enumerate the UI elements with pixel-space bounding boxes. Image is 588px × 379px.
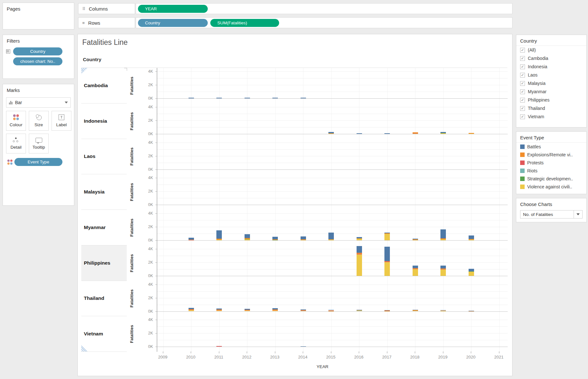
bar-segment-protests[interactable] — [357, 254, 362, 254]
bar-segment-explosions[interactable] — [469, 311, 474, 311]
dropdown-button[interactable] — [574, 210, 582, 218]
bar-segment-violence[interactable] — [328, 134, 334, 134]
bar-segment-protests[interactable] — [216, 346, 222, 347]
bar-segment-battles[interactable] — [384, 133, 390, 134]
columns-pill-year[interactable]: YEAR — [138, 5, 208, 13]
bar-segment-explosions[interactable] — [469, 133, 474, 134]
bar-segment-explosions[interactable] — [440, 310, 446, 311]
bar-segment-violence[interactable] — [384, 311, 390, 311]
colour-button[interactable]: Colour — [6, 111, 26, 131]
bar-segment-battles[interactable] — [301, 98, 306, 98]
country-filter-item[interactable]: ✓Vietnam — [516, 112, 586, 121]
bar-segment-battles[interactable] — [216, 309, 222, 309]
bar-segment-violence[interactable] — [469, 134, 474, 134]
bar-segment-battles[interactable] — [357, 237, 362, 238]
bar-segment-protests[interactable] — [440, 269, 446, 269]
country-filter-item[interactable]: ✓Indonesia — [516, 62, 586, 71]
bar-segment-riots[interactable] — [357, 310, 362, 311]
country-filter-item[interactable]: ✓Myanmar — [516, 87, 586, 96]
bar-segment-violence[interactable] — [440, 269, 446, 276]
row-label[interactable]: Malaysia — [81, 174, 127, 210]
bar-segment-protests[interactable] — [413, 269, 418, 269]
bar-segment-explosions[interactable] — [357, 238, 362, 239]
bar-segment-battles[interactable] — [189, 238, 194, 240]
label-button[interactable]: T Label — [52, 111, 71, 131]
bar-segment-violence[interactable] — [440, 239, 446, 240]
checkbox[interactable]: ✓ — [520, 114, 525, 119]
bar-segment-strategic[interactable] — [469, 271, 474, 272]
bar-segment-explosions[interactable] — [189, 309, 194, 310]
bar-segment-explosions[interactable] — [301, 239, 306, 240]
bar-segment-explosions[interactable] — [272, 309, 278, 310]
bar-segment-battles[interactable] — [384, 247, 390, 261]
bar-segment-explosions[interactable] — [384, 310, 390, 311]
bar-segment-battles[interactable] — [216, 230, 222, 239]
bar-segment-battles[interactable] — [272, 308, 278, 309]
legend-item[interactable]: Protests — [516, 159, 586, 167]
bar-segment-violence[interactable] — [413, 311, 418, 311]
bar-segment-battles[interactable] — [440, 229, 446, 238]
bar-segment-strategic[interactable] — [245, 239, 250, 239]
bar-segment-violence[interactable] — [469, 272, 474, 276]
event-type-pill[interactable]: Event Type — [14, 158, 62, 166]
bar-segment-violence[interactable] — [413, 269, 418, 276]
bar-segment-explosions[interactable] — [384, 261, 390, 262]
columns-pill-strip[interactable]: YEAR — [136, 3, 512, 14]
bar-segment-violence[interactable] — [272, 310, 278, 311]
checkbox[interactable]: ✓ — [520, 89, 525, 94]
bar-segment-violence[interactable] — [440, 133, 446, 134]
bar-segment-protests[interactable] — [216, 310, 222, 310]
checkbox[interactable]: ✓ — [520, 48, 525, 53]
bar-segment-explosions[interactable] — [440, 238, 446, 239]
bar-segment-violence[interactable] — [440, 311, 446, 311]
checkbox[interactable]: ✓ — [520, 73, 525, 78]
bar-segment-explosions[interactable] — [413, 132, 418, 133]
bar-segment-battles[interactable] — [301, 346, 306, 347]
bar-segment-violence[interactable] — [469, 240, 474, 240]
bar-segment-battles[interactable] — [189, 98, 194, 98]
mark-type-dropdown[interactable]: Bar — [6, 97, 71, 108]
rows-shelf[interactable]: ≡ Rows — [78, 17, 135, 28]
filter-pill-chosen-chart[interactable]: chosen chart: No.. — [13, 57, 62, 65]
bar-segment-battles[interactable] — [272, 98, 278, 98]
bar-segment-violence[interactable] — [328, 240, 334, 240]
bar-segment-battles[interactable] — [413, 310, 418, 310]
bar-segment-battles[interactable] — [469, 311, 474, 311]
bar-segment-explosions[interactable] — [328, 133, 334, 134]
checkbox[interactable]: ✓ — [520, 56, 525, 61]
bar-segment-explosions[interactable] — [216, 239, 222, 240]
checkbox[interactable]: ✓ — [520, 106, 525, 111]
row-label[interactable]: Vietnam — [81, 316, 127, 352]
bar-segment-battles[interactable] — [328, 233, 334, 239]
bar-segment-battles[interactable] — [413, 266, 418, 268]
bar-segment-violence[interactable] — [216, 240, 222, 240]
bar-segment-battles[interactable] — [440, 266, 446, 268]
country-filter-item[interactable]: ✓Laos — [516, 71, 586, 79]
bar-segment-battles[interactable] — [469, 235, 474, 239]
bar-segment-protests[interactable] — [384, 311, 390, 311]
bar-segment-battles[interactable] — [245, 234, 250, 238]
filter-pill-country[interactable]: Country — [13, 47, 62, 55]
bar-segment-explosions[interactable] — [328, 310, 334, 311]
bar-segment-violence[interactable] — [189, 310, 194, 311]
bar-segment-protests[interactable] — [189, 240, 194, 240]
detail-button[interactable]: Detail — [6, 134, 26, 153]
checkbox[interactable]: ✓ — [520, 64, 525, 69]
bar-segment-battles[interactable] — [272, 237, 278, 239]
rows-pill-strip[interactable]: Country SUM(Fatalities) — [136, 17, 512, 28]
country-filter-item[interactable]: ✓(All) — [516, 46, 586, 54]
bar-segment-battles[interactable] — [301, 309, 306, 310]
bar-segment-strategic[interactable] — [440, 133, 446, 133]
bar-segment-violence[interactable] — [301, 311, 306, 311]
bar-segment-protests[interactable] — [189, 310, 194, 310]
row-label[interactable]: Cambodia — [81, 68, 127, 103]
bar-segment-protests[interactable] — [272, 310, 278, 310]
row-label[interactable]: Myanmar — [81, 210, 127, 245]
bar-segment-explosions[interactable] — [413, 239, 418, 240]
bar-segment-explosions[interactable] — [413, 310, 418, 311]
legend-item[interactable]: Strategic developmen.. — [516, 175, 586, 183]
bar-segment-explosions[interactable] — [272, 239, 278, 240]
row-label[interactable]: Laos — [81, 139, 127, 175]
bar-segment-battles[interactable] — [245, 309, 250, 310]
bar-segment-battles[interactable] — [384, 233, 390, 233]
